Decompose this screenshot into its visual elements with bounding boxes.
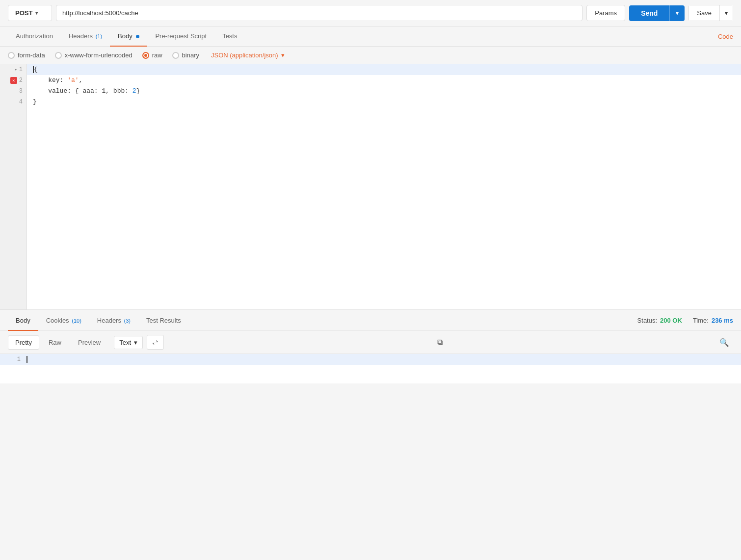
code-line-2: key: 'a',	[27, 75, 741, 86]
code-line-4: }	[27, 97, 741, 107]
time-label: Time:	[693, 317, 709, 324]
tab-body[interactable]: Body	[110, 26, 147, 47]
tab-pre-request[interactable]: Pre-request Script	[147, 26, 214, 47]
res-tab-body[interactable]: Body	[8, 310, 38, 331]
save-dropdown-button[interactable]: ▾	[720, 5, 733, 21]
binary-label: binary	[182, 51, 199, 59]
response-status: Status: 200 OK Time: 236 ms	[637, 317, 733, 324]
time-value: 236 ms	[712, 317, 733, 324]
copy-icon: ⧉	[437, 338, 443, 346]
editor-container: ▾ 1 ✕ 2 3 4 { key: 'a', value: { a	[0, 64, 741, 309]
params-button[interactable]: Params	[586, 5, 625, 21]
res-line-num-1: 1	[6, 356, 21, 363]
text-type-label: Text	[119, 339, 131, 346]
json-type-dropdown[interactable]: JSON (application/json) ▾	[211, 51, 285, 59]
status-label: Status:	[637, 317, 657, 324]
res-tab-headers[interactable]: Headers (3)	[89, 310, 138, 331]
code-text-2: key: 'a',	[33, 75, 82, 86]
code-line-3: value: { aaa: 1, bbb: 2}	[27, 86, 741, 97]
code-text-3: value: { aaa: 1, bbb: 2}	[33, 86, 140, 97]
form-data-label: form-data	[18, 51, 45, 59]
url-input[interactable]	[56, 5, 582, 21]
line-num-1: ▾ 1	[0, 64, 26, 75]
option-binary[interactable]: binary	[172, 51, 199, 59]
line-num-3: 3	[0, 86, 26, 97]
res-cursor	[26, 356, 27, 363]
option-x-www[interactable]: x-www-form-urlencoded	[55, 51, 132, 59]
save-btn-group: Save ▾	[688, 5, 733, 21]
option-raw[interactable]: raw	[142, 51, 162, 59]
response-editor: 1	[0, 354, 741, 383]
radio-form-data[interactable]	[8, 52, 15, 59]
json-type-label: JSON (application/json)	[211, 51, 278, 59]
code-text-1: {	[33, 64, 38, 75]
radio-raw[interactable]	[142, 52, 149, 59]
search-icon: 🔍	[719, 338, 729, 347]
error-icon: ✕	[10, 77, 17, 84]
radio-x-www[interactable]	[55, 52, 62, 59]
code-area[interactable]: { key: 'a', value: { aaa: 1, bbb: 2} }	[27, 64, 741, 309]
tab-tests[interactable]: Tests	[214, 26, 245, 47]
line-numbers: ▾ 1 ✕ 2 3 4	[0, 64, 27, 309]
raw-label: raw	[152, 51, 162, 59]
json-type-chevron-icon: ▾	[281, 51, 285, 59]
body-dot-icon	[136, 35, 139, 38]
send-button[interactable]: Send	[629, 5, 669, 21]
copy-button[interactable]: ⧉	[433, 336, 447, 349]
wrap-button[interactable]: ⇌	[147, 335, 164, 350]
fmt-preview-button[interactable]: Preview	[71, 335, 108, 350]
editor-wrapper: ▾ 1 ✕ 2 3 4 { key: 'a', value: { a	[0, 64, 741, 310]
code-text-4: }	[33, 97, 37, 107]
res-line-1: 1	[0, 354, 741, 365]
res-tab-test-results[interactable]: Test Results	[138, 310, 189, 331]
search-button[interactable]: 🔍	[715, 336, 733, 349]
headers-badge: (1)	[96, 33, 102, 39]
line-num-2: ✕ 2	[0, 75, 26, 86]
res-headers-badge: (3)	[124, 318, 131, 324]
request-tabs: Authorization Headers (1) Body Pre-reque…	[0, 26, 741, 47]
url-bar: POST ▾ Params Send ▾ Save ▾	[0, 0, 741, 26]
text-type-chevron-icon: ▾	[134, 339, 137, 346]
body-options: form-data x-www-form-urlencoded raw bina…	[0, 47, 741, 64]
wrap-icon: ⇌	[152, 338, 159, 347]
x-www-label: x-www-form-urlencoded	[65, 51, 132, 59]
save-button[interactable]: Save	[688, 5, 720, 21]
fmt-raw-button[interactable]: Raw	[41, 335, 69, 350]
collapse-arrow-icon[interactable]: ▾	[14, 67, 17, 73]
status-value: 200 OK	[660, 317, 682, 324]
tab-headers[interactable]: Headers (1)	[61, 26, 110, 47]
text-type-dropdown[interactable]: Text ▾	[114, 336, 143, 349]
method-select[interactable]: POST ▾	[8, 5, 52, 21]
cookies-badge: (10)	[72, 318, 81, 324]
fmt-pretty-button[interactable]: Pretty	[8, 335, 39, 350]
line-num-4: 4	[0, 97, 26, 107]
code-line-1: {	[27, 64, 741, 75]
response-tabs-bar: Body Cookies (10) Headers (3) Test Resul…	[0, 310, 741, 331]
format-bar: Pretty Raw Preview Text ▾ ⇌ ⧉ 🔍	[0, 331, 741, 354]
method-chevron-icon: ▾	[35, 10, 38, 16]
method-label: POST	[15, 9, 32, 17]
send-btn-group: Send ▾	[629, 5, 685, 21]
radio-binary[interactable]	[172, 52, 179, 59]
send-dropdown-button[interactable]: ▾	[669, 5, 685, 21]
option-form-data[interactable]: form-data	[8, 51, 45, 59]
code-link[interactable]: Code	[718, 27, 733, 46]
res-tab-cookies[interactable]: Cookies (10)	[38, 310, 89, 331]
tab-authorization[interactable]: Authorization	[8, 26, 61, 47]
